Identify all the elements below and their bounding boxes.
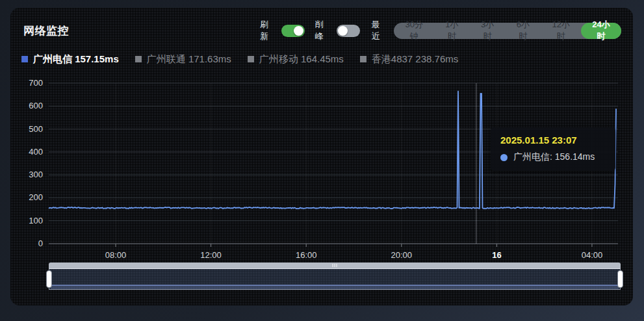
legend-label: 香港4837 238.76ms	[372, 53, 458, 66]
y-tick-label: 0	[13, 238, 43, 249]
peak-shave-label: 削峰	[315, 19, 332, 42]
range-button-24小时[interactable]: 24小时	[581, 23, 621, 39]
range-button-3小时[interactable]: 3小时	[470, 23, 506, 39]
range-button-1小时[interactable]: 1小时	[434, 23, 470, 39]
legend-item-广州联通[interactable]: 广州联通 171.63ms	[135, 53, 231, 66]
y-tick-label: 100	[13, 216, 43, 226]
legend-label: 广州电信 157.15ms	[33, 53, 119, 66]
range-button-6小时[interactable]: 6小时	[506, 23, 541, 39]
legend-item-广州电信[interactable]: 广州电信 157.15ms	[21, 53, 119, 66]
y-tick-label: 700	[13, 78, 43, 88]
legend-item-广州移动[interactable]: 广州移动 164.45ms	[248, 53, 344, 66]
data-zoom-shadow-fill	[51, 286, 619, 289]
drag-grip-icon	[333, 264, 337, 267]
data-zoom-data-shadow	[51, 285, 619, 286]
data-zoom-handle-left[interactable]	[46, 270, 52, 288]
data-zoom-slider	[49, 263, 621, 290]
legend-marker-icon	[21, 56, 28, 62]
x-tick-label: 20:00	[381, 250, 422, 260]
x-tick-label: 12:00	[190, 250, 232, 260]
range-button-30分钟[interactable]: 30分钟	[394, 23, 434, 39]
toggle-knob	[294, 26, 303, 36]
refresh-label: 刷新	[260, 19, 277, 42]
y-tick-label: 400	[13, 147, 43, 157]
y-tick-label: 600	[13, 101, 43, 111]
legend-marker-icon	[360, 56, 367, 62]
recent-label: 最近	[372, 19, 389, 42]
toggle-knob	[338, 26, 348, 36]
time-range-group: 30分钟1小时3小时6小时12小时24小时	[394, 23, 621, 39]
peak-shave-toggle[interactable]	[337, 25, 360, 37]
legend-marker-icon	[135, 56, 142, 62]
refresh-toggle[interactable]	[281, 25, 305, 37]
x-tick-label: 04:00	[571, 250, 613, 260]
data-zoom-handle-right[interactable]	[617, 270, 623, 288]
range-button-12小时[interactable]: 12小时	[541, 23, 581, 39]
x-tick-label: 16	[476, 250, 517, 260]
legend-label: 广州联通 171.63ms	[147, 53, 231, 66]
chart-legend: 广州电信 157.15ms广州联通 171.63ms广州移动 164.45ms香…	[21, 53, 458, 66]
y-tick-label: 300	[13, 170, 43, 180]
data-zoom-window[interactable]	[49, 268, 621, 290]
x-tick-label: 16:00	[285, 250, 327, 260]
network-monitor-page: 网络监控 刷新 削峰 最近 30分钟1小时3小时6小时12小时24小时 广州电信…	[0, 0, 644, 321]
header-controls: 刷新 削峰 最近 30分钟1小时3小时6小时12小时24小时	[260, 22, 621, 39]
latency-series-line	[49, 91, 616, 209]
latency-line-chart[interactable]	[49, 83, 618, 248]
page-title: 网络监控	[23, 23, 69, 38]
y-tick-label: 200	[13, 192, 43, 203]
legend-marker-icon	[248, 56, 254, 62]
data-zoom-move-bar[interactable]	[49, 263, 621, 268]
x-tick-label: 08:00	[95, 250, 136, 260]
y-tick-label: 500	[13, 124, 43, 135]
legend-label: 广州移动 164.45ms	[259, 53, 344, 66]
legend-item-香港4837[interactable]: 香港4837 238.76ms	[360, 53, 458, 66]
